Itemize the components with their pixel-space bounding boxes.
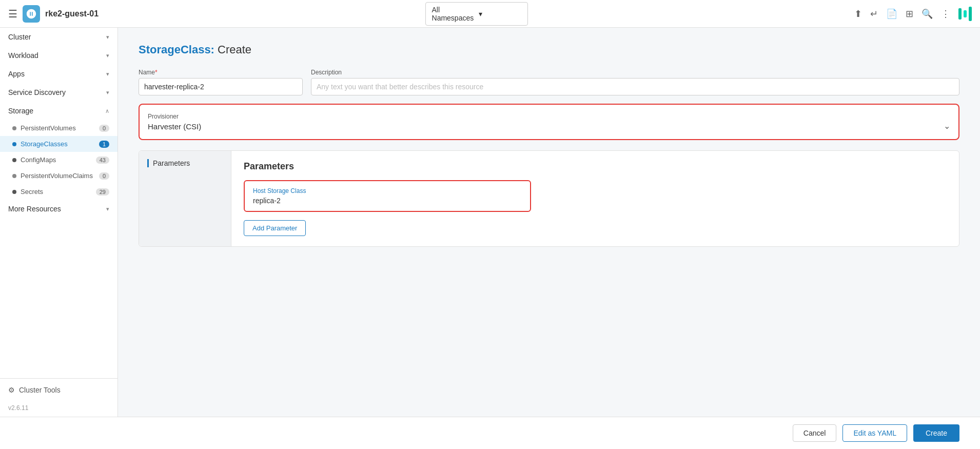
storage-classes-dot [12, 142, 16, 146]
add-parameter-button[interactable]: Add Parameter [244, 220, 306, 236]
sidebar-group-apps[interactable]: Apps ▾ [0, 65, 117, 83]
host-storage-label: Host Storage Class [253, 187, 522, 194]
storage-classes-badge: 1 [99, 141, 109, 148]
parameters-content: Parameters Host Storage Class Add Parame… [231, 151, 959, 246]
hamburger-icon[interactable]: ☰ [8, 8, 17, 20]
cluster-name: rke2-guest-01 [45, 9, 99, 18]
secrets-badge: 29 [96, 188, 109, 196]
cluster-tools-label: Cluster Tools [19, 386, 61, 394]
provisioner-box[interactable]: Provisioner Harvester (CSI) ⌄ [139, 104, 959, 140]
main-layout: Cluster ▾ Workload ▾ Apps ▾ Service Disc… [0, 28, 980, 417]
page-title: StorageClass: Create [139, 43, 959, 56]
sidebar-item-config-maps[interactable]: ConfigMaps 43 [0, 152, 117, 168]
persistent-volumes-dot [12, 126, 16, 130]
parameters-sidebar: Parameters [139, 151, 231, 246]
name-input[interactable] [139, 78, 303, 95]
sidebar-item-storage-classes[interactable]: StorageClasses 1 [0, 136, 117, 152]
parameters-title: Parameters [244, 161, 947, 172]
page-title-highlight: StorageClass: [139, 43, 214, 56]
secrets-dot [12, 190, 16, 194]
grid-icon[interactable]: ⊞ [906, 8, 913, 19]
desc-label: Description [311, 69, 959, 76]
sidebar-group-workload[interactable]: Workload ▾ [0, 46, 117, 65]
storage-chevron-icon: ∧ [105, 108, 109, 114]
config-maps-dot [12, 158, 16, 162]
service-discovery-group-label: Service Discovery [8, 88, 66, 96]
service-discovery-chevron-icon: ▾ [106, 89, 109, 96]
provisioner-chevron-icon: ⌄ [944, 121, 950, 131]
terminal-icon[interactable]: ↵ [870, 8, 878, 19]
secrets-label: Secrets [21, 188, 43, 196]
apps-chevron-icon: ▾ [106, 71, 109, 77]
sidebar: Cluster ▾ Workload ▾ Apps ▾ Service Disc… [0, 28, 118, 417]
sidebar-item-pvc[interactable]: PersistentVolumeClaims 0 [0, 168, 117, 184]
sidebar-group-service-discovery[interactable]: Service Discovery ▾ [0, 83, 117, 102]
parameters-sidebar-item-active[interactable]: Parameters [147, 159, 223, 167]
edit-as-yaml-button[interactable]: Edit as YAML [842, 424, 907, 442]
gear-icon: ⚙ [8, 386, 15, 394]
provisioner-value: Harvester (CSI) [148, 122, 944, 131]
name-required-indicator: * [155, 69, 158, 76]
logo [23, 5, 40, 23]
parameters-section: Parameters Parameters Host Storage Class… [139, 150, 959, 247]
host-storage-class-box[interactable]: Host Storage Class [244, 180, 531, 212]
desc-field-container: Description [311, 69, 959, 95]
namespace-chevron-icon: ▾ [479, 10, 521, 18]
namespace-label: All Namespaces [432, 6, 475, 22]
sidebar-group-storage[interactable]: Storage ∧ [0, 102, 117, 120]
host-storage-input[interactable] [253, 197, 522, 205]
create-button[interactable]: Create [913, 424, 959, 442]
parameters-sidebar-label: Parameters [153, 159, 190, 167]
provisioner-inner: Provisioner Harvester (CSI) [148, 113, 944, 131]
persistent-volumes-badge: 0 [99, 125, 109, 132]
storage-group-label: Storage [8, 107, 33, 115]
sidebar-cluster-tools[interactable]: ⚙ Cluster Tools [0, 378, 117, 401]
sidebar-item-secrets[interactable]: Secrets 29 [0, 184, 117, 200]
desc-input[interactable] [311, 78, 959, 95]
brand-icon [958, 7, 972, 21]
file-icon[interactable]: 📄 [886, 8, 897, 19]
more-resources-chevron-icon: ▾ [106, 206, 109, 212]
name-field-container: Name* [139, 69, 303, 95]
pvc-label: PersistentVolumeClaims [21, 172, 93, 180]
main-content: StorageClass: Create Name* Description P… [118, 28, 980, 417]
upload-icon[interactable]: ⬆ [854, 8, 862, 19]
sidebar-group-more-resources[interactable]: More Resources ▾ [0, 200, 117, 218]
search-icon[interactable]: 🔍 [922, 8, 933, 19]
config-maps-badge: 43 [96, 157, 109, 164]
more-icon[interactable]: ⋮ [941, 8, 950, 19]
sidebar-version: v2.6.11 [0, 401, 117, 417]
cancel-button[interactable]: Cancel [793, 424, 837, 442]
page-title-rest: Create [214, 43, 251, 56]
pvc-dot [12, 174, 16, 178]
bottom-action-bar: Cancel Edit as YAML Create [0, 417, 980, 449]
sidebar-item-persistent-volumes[interactable]: PersistentVolumes 0 [0, 120, 117, 136]
namespace-select[interactable]: All Namespaces ▾ [425, 2, 528, 26]
cluster-chevron-icon: ▾ [106, 34, 109, 41]
form-name-desc-row: Name* Description [139, 69, 959, 95]
sidebar-group-cluster[interactable]: Cluster ▾ [0, 28, 117, 46]
provisioner-label: Provisioner [148, 113, 944, 120]
storage-classes-label: StorageClasses [21, 140, 68, 148]
more-resources-label: More Resources [8, 205, 61, 213]
pvc-badge: 0 [99, 172, 109, 180]
apps-group-label: Apps [8, 70, 25, 78]
workload-group-label: Workload [8, 51, 38, 60]
cluster-group-label: Cluster [8, 33, 31, 41]
config-maps-label: ConfigMaps [21, 156, 56, 164]
name-label: Name* [139, 69, 303, 76]
topbar: ☰ rke2-guest-01 All Namespaces ▾ ⬆ ↵ 📄 ⊞… [0, 0, 980, 28]
workload-chevron-icon: ▾ [106, 52, 109, 59]
persistent-volumes-label: PersistentVolumes [21, 124, 76, 132]
